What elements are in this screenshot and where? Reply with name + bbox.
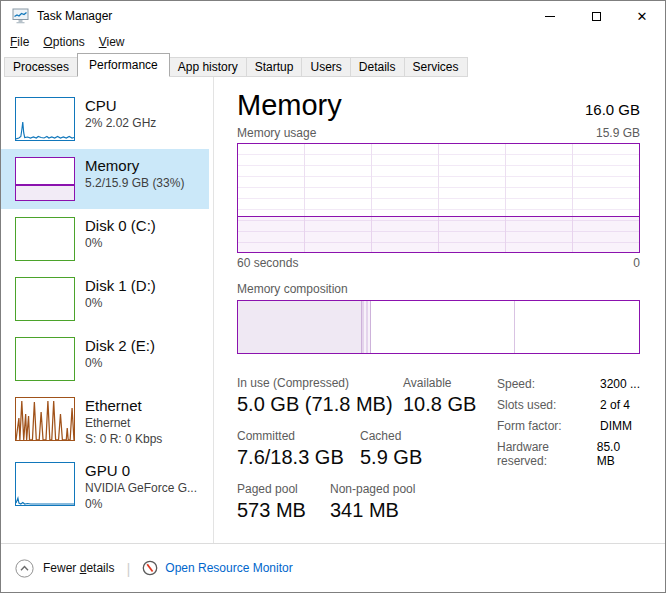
- maximize-button[interactable]: [573, 1, 619, 31]
- memory-stats: 5.2/15.9 GB (33%): [85, 176, 184, 190]
- disk1-stats: 0%: [85, 296, 156, 310]
- stat-committed-label: Committed: [237, 429, 360, 443]
- ethernet-stats: S: 0 R: 0 Kbps: [85, 432, 162, 446]
- segment-free: [515, 301, 639, 353]
- performance-pane: CPU 2% 2.02 GHz Memory 5.2/15.9 GB (33%)…: [1, 77, 665, 543]
- stat-committed-value: 7.6/18.3 GB: [237, 446, 360, 469]
- detail-slots-label: Slots used:: [497, 398, 600, 412]
- sidebar-item-memory[interactable]: Memory 5.2/15.9 GB (33%): [1, 149, 209, 209]
- ethernet-title: Ethernet: [85, 397, 162, 414]
- tab-details[interactable]: Details: [351, 57, 405, 77]
- memory-detail-panel: Memory 16.0 GB Memory usage 15.9 GB 60 s…: [214, 77, 665, 543]
- stat-available-value: 10.8 GB: [403, 393, 476, 416]
- usage-chart-max: 15.9 GB: [596, 126, 640, 140]
- tab-services[interactable]: Services: [405, 57, 468, 77]
- fewer-details-button[interactable]: Fewer details: [15, 559, 114, 578]
- gpu0-name: NVIDIA GeForce G...: [85, 481, 197, 495]
- menu-options[interactable]: Options: [36, 33, 91, 51]
- task-manager-window: Task Manager ✕ File Options View Process…: [0, 0, 666, 593]
- disk0-mini-graph: [15, 217, 75, 261]
- performance-sidebar: CPU 2% 2.02 GHz Memory 5.2/15.9 GB (33%)…: [1, 77, 214, 543]
- segment-modified: [362, 301, 371, 353]
- sidebar-item-disk0[interactable]: Disk 0 (C:) 0%: [1, 209, 209, 269]
- detail-speed-label: Speed:: [497, 377, 600, 391]
- x-axis-label-right: 0: [633, 256, 640, 270]
- resource-monitor-icon: [142, 560, 158, 576]
- sidebar-item-cpu[interactable]: CPU 2% 2.02 GHz: [1, 89, 209, 149]
- tab-app-history[interactable]: App history: [170, 57, 247, 77]
- task-manager-icon: [12, 8, 29, 24]
- memory-stats: In use (Compressed) 5.0 GB (71.8 MB) Ava…: [237, 376, 497, 535]
- stat-in-use-value: 5.0 GB (71.8 MB): [237, 393, 403, 416]
- stat-non-paged-pool-value: 341 MB: [330, 499, 415, 522]
- close-button[interactable]: ✕: [619, 1, 665, 31]
- fewer-details-label: Fewer details: [43, 561, 114, 575]
- title-bar: Task Manager ✕: [1, 1, 665, 31]
- minimize-icon: [545, 16, 555, 17]
- stat-cached-value: 5.9 GB: [360, 446, 422, 469]
- segment-in-use: [238, 301, 362, 353]
- disk0-title: Disk 0 (C:): [85, 217, 156, 234]
- menu-bar: File Options View: [1, 31, 665, 53]
- cpu-title: CPU: [85, 97, 156, 114]
- detail-slots-value: 2 of 4: [600, 398, 630, 412]
- detail-speed-value: 3200 ...: [600, 377, 640, 391]
- cpu-stats: 2% 2.02 GHz: [85, 116, 156, 130]
- disk1-mini-graph: [15, 277, 75, 321]
- memory-mini-graph: [15, 157, 75, 201]
- detail-hw-reserved-label: Hardware reserved:: [497, 440, 597, 468]
- memory-title: Memory: [85, 157, 184, 174]
- usage-chart-label: Memory usage: [237, 126, 316, 140]
- disk2-stats: 0%: [85, 356, 155, 370]
- minimize-button[interactable]: [527, 1, 573, 31]
- segment-standby: [371, 301, 515, 353]
- maximize-icon: [592, 12, 601, 21]
- window-title: Task Manager: [37, 9, 112, 23]
- memory-composition-bar: [237, 300, 640, 354]
- disk1-title: Disk 1 (D:): [85, 277, 156, 294]
- cpu-mini-graph: [15, 97, 75, 141]
- tab-users[interactable]: Users: [302, 57, 350, 77]
- sidebar-item-disk2[interactable]: Disk 2 (E:) 0%: [1, 329, 209, 389]
- page-title: Memory: [237, 89, 342, 122]
- hardware-details: Speed: 3200 ... Slots used: 2 of 4 Form …: [497, 376, 640, 535]
- total-memory: 16.0 GB: [585, 101, 640, 118]
- close-icon: ✕: [637, 10, 648, 23]
- tab-performance[interactable]: Performance: [77, 53, 170, 77]
- ethernet-adapter: Ethernet: [85, 416, 162, 430]
- detail-form-factor-label: Form factor:: [497, 419, 600, 433]
- disk2-title: Disk 2 (E:): [85, 337, 155, 354]
- stat-paged-pool-value: 573 MB: [237, 499, 330, 522]
- sidebar-item-ethernet[interactable]: Ethernet Ethernet S: 0 R: 0 Kbps: [1, 389, 209, 454]
- x-axis-label-left: 60 seconds: [237, 256, 298, 270]
- open-resource-monitor-label: Open Resource Monitor: [165, 561, 292, 575]
- menu-view[interactable]: View: [92, 33, 132, 51]
- detail-form-factor-value: DIMM: [600, 419, 632, 433]
- disk0-stats: 0%: [85, 236, 156, 250]
- memory-usage-fill: [238, 216, 639, 252]
- gpu0-title: GPU 0: [85, 462, 197, 479]
- composition-label: Memory composition: [237, 282, 640, 296]
- open-resource-monitor-link[interactable]: Open Resource Monitor: [142, 560, 292, 576]
- tab-processes[interactable]: Processes: [4, 57, 78, 77]
- gpu0-stats: 0%: [85, 497, 197, 511]
- sidebar-item-gpu0[interactable]: GPU 0 NVIDIA GeForce G... 0%: [1, 454, 209, 519]
- status-separator: |: [126, 560, 130, 577]
- tab-startup[interactable]: Startup: [247, 57, 303, 77]
- stat-in-use-label: In use (Compressed): [237, 376, 403, 390]
- sidebar-item-disk1[interactable]: Disk 1 (D:) 0%: [1, 269, 209, 329]
- stat-paged-pool-label: Paged pool: [237, 482, 330, 496]
- detail-hw-reserved-value: 85.0 MB: [597, 440, 640, 468]
- tab-bar: Processes Performance App history Startu…: [1, 53, 665, 77]
- chevron-up-icon: [15, 559, 34, 578]
- stat-available-label: Available: [403, 376, 476, 390]
- menu-file[interactable]: File: [3, 33, 36, 51]
- gpu0-mini-graph: [15, 462, 75, 506]
- stat-cached-label: Cached: [360, 429, 422, 443]
- memory-usage-chart: [237, 143, 640, 253]
- stat-non-paged-pool-label: Non-paged pool: [330, 482, 415, 496]
- status-bar: Fewer details | Open Resource Monitor: [1, 543, 665, 592]
- ethernet-mini-graph: [15, 397, 75, 441]
- disk2-mini-graph: [15, 337, 75, 381]
